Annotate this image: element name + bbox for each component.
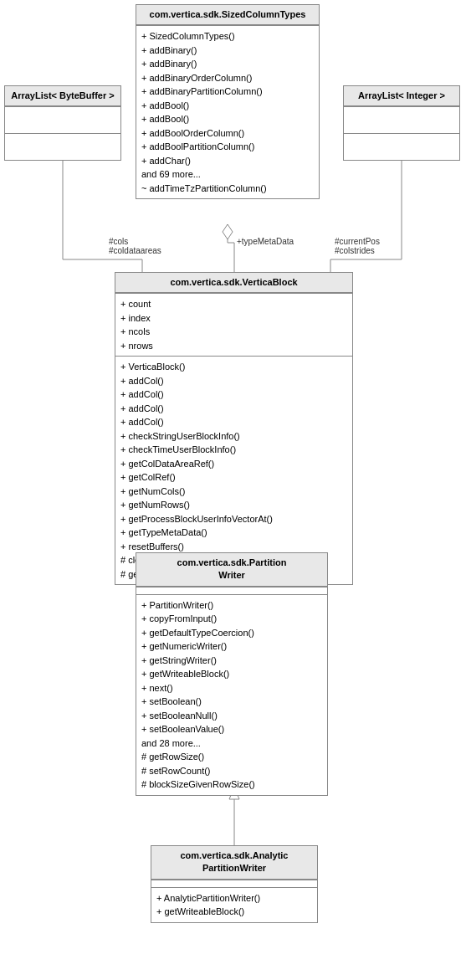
- partition-writer-header: com.vertica.sdk.PartitionWriter: [136, 553, 327, 587]
- method-item: + copyFromInput(): [141, 612, 322, 626]
- method-item: + addBoolOrderColumn(): [141, 126, 314, 141]
- sized-column-types-methods: + SizedColumnTypes() + addBinary() + add…: [136, 25, 319, 198]
- method-item: and 69 more...: [141, 167, 314, 182]
- method-item: # blockSizeGivenRowSize(): [141, 777, 322, 792]
- method-item: + addBool(): [141, 99, 314, 113]
- sized-column-types-header: com.vertica.sdk.SizedColumnTypes: [136, 5, 319, 25]
- arraylist-bytebuffer-header: ArrayList< ByteBuffer >: [5, 86, 120, 106]
- method-item: + PartitionWriter(): [141, 598, 322, 613]
- method-item: # getRowSize(): [141, 750, 322, 764]
- method-item: + resetBuffers(): [120, 540, 347, 554]
- method-item: + addBoolPartitionColumn(): [141, 140, 314, 154]
- partition-writer-methods: + PartitionWriter() + copyFromInput() + …: [136, 594, 327, 795]
- method-item: + getTypeMetaData(): [120, 526, 347, 540]
- method-item: and 28 more...: [141, 736, 322, 751]
- method-item: + getDefaultTypeCoercion(): [141, 626, 322, 640]
- method-item: + setBoolean(): [141, 695, 322, 709]
- arraylist-integer-section2: [344, 133, 459, 160]
- arraylist-bytebuffer-box: ArrayList< ByteBuffer >: [4, 85, 121, 161]
- method-item: + addBinary(): [141, 57, 314, 71]
- method-item: + checkStringUserBlockInfo(): [120, 429, 347, 444]
- method-item: + getProcessBlockUserInfoVectorAt(): [120, 512, 347, 526]
- method-item: + addCol(): [120, 387, 347, 402]
- vertica-block-attributes: + count + index + ncols + nrows: [115, 293, 352, 356]
- method-item: + setBooleanValue(): [141, 722, 322, 736]
- method-item: + addBinaryPartitionColumn(): [141, 85, 314, 99]
- vertica-block-box: com.vertica.sdk.VerticaBlock + count + i…: [115, 272, 353, 585]
- attr-item: + index: [120, 311, 347, 326]
- method-item: + addCol(): [120, 415, 347, 429]
- method-item: + addChar(): [141, 154, 314, 168]
- label-typemetadata: +typeMetaData: [237, 237, 294, 246]
- method-item: + getColRef(): [120, 470, 347, 485]
- method-item: + getColDataAreaRef(): [120, 457, 347, 471]
- analytic-partition-writer-attr: [151, 880, 317, 887]
- method-item: + VerticaBlock(): [120, 360, 347, 374]
- diagram-container: #cols#coldataareas +typeMetaData #curren…: [0, 0, 466, 980]
- arraylist-integer-header: ArrayList< Integer >: [344, 86, 459, 106]
- attr-item: + count: [120, 297, 347, 311]
- method-item: + addCol(): [120, 402, 347, 416]
- method-item: + getNumCols(): [120, 485, 347, 499]
- method-item: + setBooleanNull(): [141, 709, 322, 723]
- svg-marker-9: [223, 224, 233, 239]
- analytic-partition-writer-methods: + AnalyticPartitionWriter() + getWriteab…: [151, 887, 317, 922]
- method-item: + getNumericWriter(): [141, 639, 322, 654]
- label-currentpos: #currentPos#colstrides: [335, 237, 380, 255]
- arraylist-integer-box: ArrayList< Integer >: [343, 85, 460, 161]
- method-item: + addBinary(): [141, 44, 314, 58]
- method-item: ~ addTimeTzPartitionColumn(): [141, 182, 314, 196]
- partition-writer-attr-section: [136, 587, 327, 594]
- sized-column-types-box: com.vertica.sdk.SizedColumnTypes + Sized…: [136, 4, 320, 199]
- method-item: + SizedColumnTypes(): [141, 29, 314, 44]
- arraylist-integer-section1: [344, 106, 459, 133]
- method-item: + addBinaryOrderColumn(): [141, 71, 314, 85]
- method-item: + next(): [141, 681, 322, 695]
- method-item: + getNumRows(): [120, 498, 347, 512]
- method-item: + AnalyticPartitionWriter(): [156, 891, 312, 906]
- label-cols: #cols#coldataareas: [109, 237, 161, 255]
- vertica-block-header: com.vertica.sdk.VerticaBlock: [115, 273, 352, 293]
- method-item: + getStringWriter(): [141, 654, 322, 668]
- method-item: + addCol(): [120, 374, 347, 388]
- attr-item: + ncols: [120, 325, 347, 339]
- analytic-partition-writer-box: com.vertica.sdk.AnalyticPartitionWriter …: [151, 845, 318, 923]
- analytic-partition-writer-header: com.vertica.sdk.AnalyticPartitionWriter: [151, 846, 317, 880]
- vertica-block-methods: + VerticaBlock() + addCol() + addCol() +…: [115, 356, 352, 584]
- attr-item: + nrows: [120, 339, 347, 353]
- partition-writer-box: com.vertica.sdk.PartitionWriter + Partit…: [136, 552, 328, 796]
- arraylist-bytebuffer-section2: [5, 133, 120, 160]
- method-item: + checkTimeUserBlockInfo(): [120, 443, 347, 457]
- method-item: # setRowCount(): [141, 764, 322, 778]
- method-item: + getWriteableBlock(): [141, 667, 322, 681]
- method-item: + addBool(): [141, 112, 314, 126]
- method-item: + getWriteableBlock(): [156, 905, 312, 919]
- arraylist-bytebuffer-section1: [5, 106, 120, 133]
